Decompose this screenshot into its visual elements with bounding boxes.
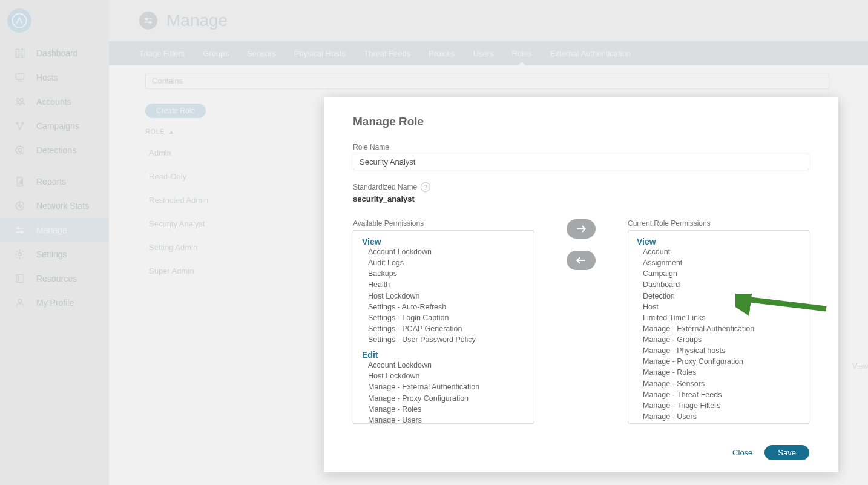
campaign-icon	[15, 120, 25, 131]
svg-point-11	[18, 148, 22, 152]
available-permissions-label: Available Permissions	[353, 219, 534, 228]
save-button[interactable]: Save	[764, 445, 809, 460]
filter-input[interactable]: Contains	[145, 73, 829, 89]
tab-external-authentication[interactable]: External Authentication	[550, 49, 631, 58]
svg-point-23	[18, 299, 22, 303]
sidebar-item-label: Settings	[36, 249, 67, 259]
perm-item[interactable]: Manage - Roles	[362, 404, 525, 415]
sliders-icon	[139, 12, 157, 30]
tab-triage-filters[interactable]: Triage Filters	[139, 49, 185, 58]
manage-role-modal: Manage Role Role Name Standardized Name …	[324, 97, 838, 472]
perm-group-header[interactable]: View	[637, 237, 800, 246]
sidebar-item-label: Hosts	[36, 73, 58, 82]
perm-group-header[interactable]: View	[362, 237, 525, 246]
perm-item[interactable]: Account Lockdown	[362, 246, 525, 257]
perm-item[interactable]: Manage - Physical hosts	[637, 345, 800, 356]
perm-item[interactable]: Manage - External Authentication	[362, 381, 525, 392]
perm-item[interactable]: Manage - Proxy Configuration	[637, 356, 800, 367]
close-button[interactable]: Close	[732, 448, 752, 457]
tab-threat-feeds[interactable]: Threat Feeds	[364, 49, 410, 58]
sidebar-item-label: Detections	[36, 145, 76, 155]
target-icon	[15, 145, 25, 156]
sidebar-item-campaigns[interactable]: Campaigns	[0, 114, 109, 138]
perm-item[interactable]: Settings - PCAP Generation	[362, 323, 525, 334]
tab-groups[interactable]: Groups	[203, 49, 229, 58]
role-name-input[interactable]	[353, 154, 809, 170]
perm-item[interactable]: Manage - Users	[637, 411, 800, 422]
svg-point-5	[17, 99, 20, 102]
sidebar-item-manage[interactable]: Manage	[0, 218, 109, 242]
sidebar-item-label: Campaigns	[36, 121, 79, 131]
perm-item[interactable]: Campaign	[637, 268, 800, 279]
sidebar-item-label: Reports	[36, 177, 66, 186]
sidebar-item-settings[interactable]: Settings	[0, 242, 109, 266]
svg-point-26	[146, 18, 148, 20]
sidebar-item-reports[interactable]: Reports	[0, 170, 109, 194]
perm-item[interactable]: Assignment	[637, 257, 800, 268]
perm-item[interactable]: Account	[637, 246, 800, 257]
perm-item[interactable]: Host	[637, 302, 800, 312]
help-icon[interactable]: ?	[421, 182, 430, 192]
perm-item[interactable]: Backups	[362, 268, 525, 279]
tab-roles[interactable]: Roles	[512, 49, 532, 58]
page-header: Manage	[109, 0, 868, 41]
transfer-buttons	[534, 219, 628, 270]
svg-rect-21	[16, 275, 24, 282]
create-role-button[interactable]: Create Role	[145, 104, 206, 118]
book-icon	[15, 273, 25, 284]
move-left-button[interactable]	[567, 251, 596, 270]
perm-item[interactable]: Health	[362, 279, 525, 290]
svg-point-7	[16, 122, 18, 124]
tab-bar: Triage FiltersGroupsSensorsPhysical Host…	[109, 41, 868, 65]
perm-item[interactable]: Settings - Auto-Refresh	[362, 302, 525, 312]
perm-item[interactable]: Notes	[637, 422, 800, 424]
sort-asc-icon: ▲	[168, 128, 174, 135]
available-permissions-box[interactable]: ViewAccount LockdownAudit LogsBackupsHea…	[353, 230, 534, 424]
perm-item[interactable]: Manage - Sensors	[637, 378, 800, 389]
perm-item[interactable]: Settings - Login Caption	[362, 312, 525, 323]
tab-sensors[interactable]: Sensors	[247, 49, 276, 58]
reports-icon	[15, 176, 25, 187]
perm-item[interactable]: Limited Time Links	[637, 312, 800, 323]
tab-physical-hosts[interactable]: Physical Hosts	[294, 49, 346, 58]
view-label-cutoff: View	[847, 361, 868, 372]
svg-point-0	[12, 13, 26, 27]
perm-item[interactable]: Host Lockdown	[362, 291, 525, 302]
sidebar-item-resources[interactable]: Resources	[0, 266, 109, 291]
sidebar-item-hosts[interactable]: Hosts	[0, 65, 109, 90]
perm-item[interactable]: Audit Logs	[362, 257, 525, 268]
sidebar-item-dashboard[interactable]: Dashboard	[0, 41, 109, 65]
perm-item[interactable]: Manage - Users	[362, 415, 525, 424]
tab-proxies[interactable]: Proxies	[429, 49, 455, 58]
current-permissions-box[interactable]: ViewAccountAssignmentCampaignDashboardDe…	[628, 230, 809, 424]
tab-users[interactable]: Users	[473, 49, 494, 58]
move-right-button[interactable]	[567, 219, 596, 239]
current-permissions-label: Current Role Permissions	[628, 219, 809, 228]
perm-item[interactable]: Dashboard	[637, 279, 800, 290]
perm-item[interactable]: Manage - Threat Feeds	[637, 389, 800, 400]
pulse-icon	[15, 200, 25, 211]
perm-item[interactable]: Manage - Triage Filters	[637, 400, 800, 411]
svg-point-8	[22, 122, 24, 124]
sidebar-item-label: Resources	[36, 274, 77, 283]
perm-item[interactable]: Host Lockdown	[362, 371, 525, 381]
sidebar-item-network-stats[interactable]: Network Stats	[0, 194, 109, 218]
svg-point-27	[149, 21, 151, 23]
perm-item[interactable]: Manage - Roles	[637, 367, 800, 378]
perm-group-header[interactable]: Edit	[362, 350, 525, 360]
sidebar-item-my-profile[interactable]: My Profile	[0, 291, 109, 315]
perm-item[interactable]: Detection	[637, 291, 800, 302]
dashboard-icon	[15, 48, 25, 59]
perm-item[interactable]: Settings - User Password Policy	[362, 334, 525, 345]
perm-item[interactable]: Account Lockdown	[362, 360, 525, 371]
people-icon	[15, 96, 25, 107]
role-column-label: ROLE	[145, 128, 165, 135]
standardized-name-label: Standardized Name	[353, 183, 417, 191]
sidebar-item-accounts[interactable]: Accounts	[0, 90, 109, 114]
svg-rect-3	[16, 74, 24, 79]
sliders-icon	[15, 225, 25, 236]
perm-item[interactable]: Manage - Groups	[637, 334, 800, 345]
sidebar-item-detections[interactable]: Detections	[0, 138, 109, 162]
perm-item[interactable]: Manage - Proxy Configuration	[362, 393, 525, 404]
perm-item[interactable]: Manage - External Authentication	[637, 323, 800, 334]
